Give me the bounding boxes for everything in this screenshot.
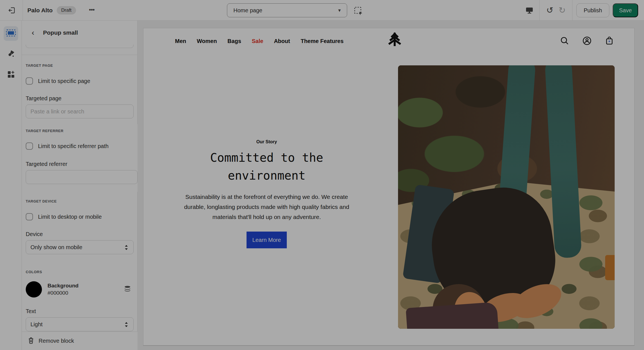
background-color-row: Background #000000 [26,281,134,297]
updown-caret-icon [124,322,129,328]
more-menu-icon[interactable]: ••• [86,6,98,15]
site-header-icons [560,28,615,54]
checkbox-icon[interactable] [26,142,33,150]
remove-block-button[interactable]: Remove block [22,332,138,350]
colors-section: COLORS Background #000000 Text Light [26,270,134,331]
targeted-page-label: Targeted page [26,95,134,102]
exit-editor-icon[interactable] [6,5,17,16]
undo-icon[interactable]: ↺ [544,4,556,16]
panel-header: ‹ Popup small [22,21,137,45]
editor-topbar: Palo Alto Draft ••• Home page ▾ ↺ ↻ Publ… [0,0,644,21]
checkbox-label: Limit to specific referrer path [38,143,108,149]
limit-referrer-checkbox-row[interactable]: Limit to specific referrer path [26,142,138,150]
app-embeds-tab[interactable] [4,68,18,82]
status-badge: Draft [57,6,76,15]
section-heading: TARGET DEVICE [26,199,134,203]
background-color-hex: #000000 [48,290,79,296]
redo-icon[interactable]: ↻ [556,4,568,16]
topbar-actions: ↺ ↻ Publish Save [523,0,644,21]
section-heading: TARGET PAGE [26,63,134,68]
theme-name: Palo Alto [27,7,53,14]
updown-caret-icon [124,244,129,251]
section-heading: COLORS [26,270,134,274]
topbar-divider [23,0,23,21]
nav-link-bags[interactable]: Bags [228,38,241,44]
desktop-preview-icon[interactable] [523,4,536,16]
panel-title: Popup small [43,29,78,36]
site-header: Men Women Bags Sale About Theme Features [143,28,634,54]
target-page-section: TARGET PAGE Limit to specific page Targe… [26,63,134,118]
nav-link-theme-features[interactable]: Theme Features [301,38,344,44]
section-divider [22,55,138,55]
text-color-label: Text [26,308,134,315]
target-referrer-section-highlighted: TARGET REFERRER Limit to specific referr… [22,124,138,192]
checkbox-label: Limit to desktop or mobile [38,214,102,220]
remove-block-label: Remove block [39,338,74,344]
section-heading: TARGET REFERRER [26,129,138,133]
nav-link-sale[interactable]: Sale [252,38,263,44]
site-preview-frame: Men Women Bags Sale About Theme Features [143,28,634,346]
color-swatch[interactable] [26,281,42,297]
clipped-input[interactable] [26,45,134,48]
topbar-divider [539,0,540,21]
editor-icon-rail [0,21,22,350]
save-button[interactable]: Save [613,3,638,17]
checkbox-icon[interactable] [26,77,33,85]
story-eyebrow: Our Story [177,139,356,144]
account-icon[interactable] [582,36,592,46]
block-settings-panel: ‹ Popup small TARGET PAGE Limit to speci… [22,21,138,350]
paintbrush-icon [7,49,15,59]
story-heading-line1: Committed to the [210,151,323,165]
limit-page-checkbox-row[interactable]: Limit to specific page [26,77,134,85]
theme-settings-tab[interactable] [4,47,18,61]
site-nav-links: Men Women Bags Sale About Theme Features [175,28,344,54]
app-embeds-icon [7,70,15,80]
page-selector-value: Home page [233,7,262,14]
device-select-value: Only show on mobile [30,244,82,251]
tree-logo-icon[interactable] [387,32,402,48]
panel-scroll-area[interactable]: TARGET PAGE Limit to specific page Targe… [22,45,138,332]
story-photo [398,65,615,329]
photo-orange-detail [605,255,615,280]
stacked-layers-icon[interactable] [124,285,131,294]
topbar-divider [572,0,572,21]
publish-button[interactable]: Publish [576,3,609,17]
search-icon[interactable] [560,36,570,46]
back-chevron-icon[interactable]: ‹ [28,28,38,38]
background-color-label: Background [48,283,79,289]
nav-link-men[interactable]: Men [175,38,186,44]
checkbox-icon[interactable] [26,213,33,220]
cart-bag-icon[interactable] [605,36,615,46]
our-story-section: Our Story Committed to theenvironment Su… [177,137,356,248]
trash-icon [28,337,34,345]
text-color-select-value: Light [30,321,42,328]
targeted-page-input[interactable] [26,104,134,118]
device-select[interactable]: Only show on mobile [26,240,134,254]
sections-tab[interactable] [4,26,18,41]
select-element-cursor-icon[interactable] [353,6,364,16]
page-selector-dropdown[interactable]: Home page ▾ [227,3,347,17]
preview-workspace: Men Women Bags Sale About Theme Features [138,21,644,350]
limit-device-checkbox-row[interactable]: Limit to desktop or mobile [26,213,134,220]
color-meta: Background #000000 [48,283,79,296]
targeted-referrer-input[interactable] [26,170,138,184]
chevron-down-icon: ▾ [338,7,341,13]
text-color-select[interactable]: Light [26,317,134,331]
story-heading: Committed to theenvironment [177,149,356,185]
checkbox-label: Limit to specific page [38,78,90,84]
learn-more-button[interactable]: Learn More [247,232,287,248]
targeted-referrer-label: Targeted referrer [26,161,138,167]
device-label: Device [26,231,134,237]
nav-link-women[interactable]: Women [197,38,217,44]
nav-link-about[interactable]: About [274,38,290,44]
target-device-section: TARGET DEVICE Limit to desktop or mobile… [26,199,134,254]
story-body: Sustainability is at the forefront of ev… [177,192,356,222]
sections-icon [6,29,16,38]
story-heading-line2: environment [228,169,306,182]
